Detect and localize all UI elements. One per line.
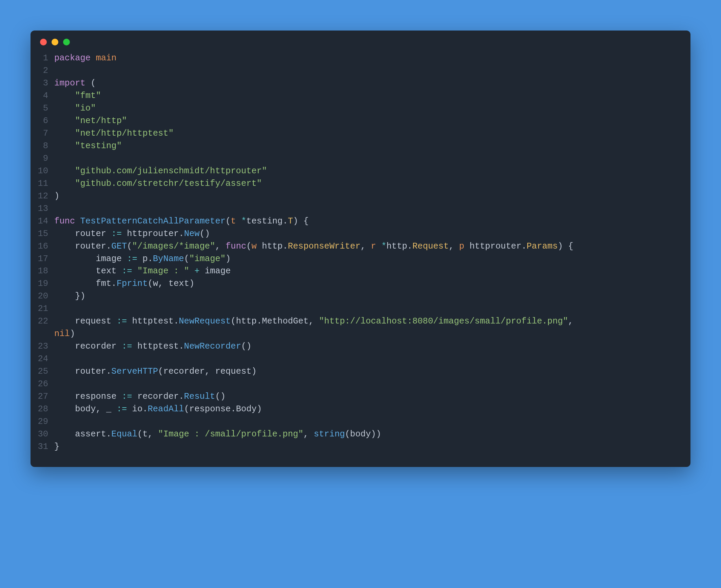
token-str: "Image : " [137,266,189,276]
code-content: fmt.Fprint(w, text) [54,278,681,290]
token-dot-op: . [257,316,262,326]
token-paren: ( [226,216,231,226]
token-ident: Body [236,404,257,414]
token-paren: ) [189,279,194,289]
code-content: response := recorder.Result() [54,391,681,403]
token-paren: )) [371,429,382,439]
token-dot-op: . [106,429,111,439]
token-paren: ) [54,191,59,201]
code-line: 8 "testing" [37,140,681,153]
code-content: nil) [54,328,681,340]
token-ident: image [205,266,231,276]
code-content: router.ServeHTTP(recorder, request) [54,366,681,378]
line-number: 31 [37,441,54,453]
token-op: := [122,341,132,351]
code-line: 3import ( [37,77,681,90]
maximize-icon[interactable] [63,39,70,45]
code-line: 1package main [37,52,681,65]
token-var: t [231,216,236,226]
token-paren: ( [184,404,189,414]
code-content: router.GET("/images/*image", func(w http… [54,240,681,253]
token-paren: ( [148,279,153,289]
token-op: := [111,229,122,239]
token-str: "testing" [75,141,122,151]
token-dot-op: . [231,404,236,414]
minimize-icon[interactable] [52,39,58,45]
token-var: p [459,241,464,251]
token-dot-op: . [142,404,148,414]
token-paren: () [215,392,226,401]
token-ident: recorder [137,392,179,401]
token-ident: , [148,429,158,439]
token-ident: response [75,392,116,401]
code-content: router := httprouter.New() [54,228,681,240]
token-ident: , [449,241,459,251]
code-line: 9 [37,153,681,165]
token-str: "github.com/julienschmidt/httprouter" [75,166,267,176]
token-brace: { [568,241,573,251]
line-number: 4 [37,90,54,102]
line-number: 8 [37,140,54,153]
token-ident: recorder [163,367,204,376]
code-line: 22 request := httptest.NewRequest(http.M… [37,315,681,328]
line-number: 17 [37,253,54,266]
code-content: "net/http" [54,115,681,128]
code-content: }) [54,290,681,303]
token-fn: ServeHTTP [111,367,158,376]
token-ident: httptest [132,316,174,326]
token-str: "/images/*image" [132,241,215,251]
token-kw: func [226,241,246,251]
code-line: 25 router.ServeHTTP(recorder, request) [37,366,681,378]
token-dot-op: . [407,241,412,251]
token-dot-op: . [521,241,526,251]
token-ident: router [75,367,106,376]
token-ident: text [96,266,116,276]
code-content: "github.com/stretchr/testify/assert" [54,178,681,190]
token-op: := [117,316,127,326]
token-str: "http://localhost:8080/images/small/prof… [319,316,568,326]
code-line: 30 assert.Equal(t, "Image : /small/profi… [37,428,681,441]
token-dot-op: . [174,316,179,326]
token-paren: () [241,341,252,351]
token-fn: Fprint [117,279,148,289]
code-line: 20 }) [37,290,681,303]
token-op: := [127,254,137,264]
token-ident: image [96,254,122,264]
token-ident: body [350,429,371,439]
token-paren: ( [231,316,236,326]
line-number: 29 [37,416,54,428]
token-ident: http [262,241,282,251]
token-fn: New [184,229,200,239]
token-dot-op: . [179,392,184,401]
token-dot-op: . [179,229,184,239]
code-content: image := p.ByName("image") [54,253,681,266]
code-area[interactable]: 1package main23import (4 "fmt"5 "io"6 "n… [31,49,690,467]
code-line: 28 body, _ := io.ReadAll(response.Body) [37,403,681,416]
token-orange: main [96,53,116,63]
line-number: 2 [37,65,54,77]
token-op: + [194,266,199,276]
token-type: Request [412,241,449,251]
line-number: 14 [37,215,54,228]
token-str: "image" [189,254,226,264]
code-line: 29 [37,416,681,428]
line-number: 30 [37,428,54,441]
token-dot-op: . [111,279,116,289]
token-dot-op: . [282,241,288,251]
token-type: ResponseWriter [288,241,360,251]
line-number: 7 [37,128,54,140]
token-ident: httprouter [127,229,179,239]
token-paren: ( [127,241,132,251]
code-line: 24 [37,353,681,366]
line-number: 6 [37,115,54,128]
code-line: 11 "github.com/stretchr/testify/assert" [37,178,681,190]
token-ident: assert [75,429,106,439]
code-line: 23 recorder := httptest.NewRecorder() [37,340,681,353]
token-paren: ) [293,216,298,226]
token-paren: ( [158,367,163,376]
line-number: 25 [37,366,54,378]
token-dot-op: . [282,216,288,226]
code-line: 2 [37,65,681,77]
close-icon[interactable] [40,39,47,45]
token-op: * [241,216,246,226]
